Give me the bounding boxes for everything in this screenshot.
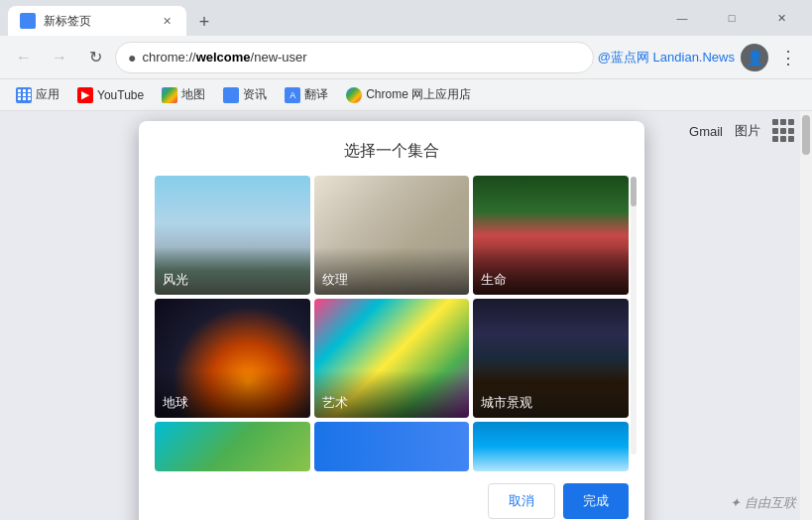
- bookmark-translate[interactable]: A 翻译: [277, 82, 336, 107]
- collection-item-partial3[interactable]: [473, 422, 629, 471]
- partial1-image: [155, 422, 310, 471]
- maximize-button[interactable]: □: [709, 3, 754, 33]
- tab-favicon: [20, 13, 36, 29]
- collection-dialog: 选择一个集合 风光 纹理: [139, 121, 644, 520]
- bookmark-apps-label: 应用: [36, 86, 59, 103]
- forward-button[interactable]: →: [44, 42, 75, 73]
- landscape-label: 风光: [155, 247, 310, 295]
- collection-item-partial2[interactable]: [314, 422, 470, 471]
- maps-favicon: [162, 87, 177, 103]
- bookmark-maps[interactable]: 地图: [154, 82, 213, 107]
- close-button[interactable]: ✕: [758, 3, 804, 33]
- dialog-overlay: 选择一个集合 风光 纹理: [0, 111, 812, 520]
- bookmark-chrome-store-label: Chrome 网上应用店: [366, 86, 471, 103]
- menu-button[interactable]: ⋮: [772, 42, 804, 73]
- done-button[interactable]: 完成: [563, 483, 629, 519]
- bookmark-news-label: 资讯: [243, 86, 267, 103]
- apps-favicon: [16, 87, 32, 103]
- dialog-title: 选择一个集合: [139, 121, 644, 176]
- tab-close-button[interactable]: ✕: [159, 13, 174, 29]
- collection-item-landscape[interactable]: 风光: [155, 176, 310, 295]
- bookmark-apps[interactable]: 应用: [8, 82, 67, 107]
- window-controls: — □ ✕: [659, 3, 804, 33]
- main-content: Gmail 图片 选择一个集合 风光: [0, 111, 812, 520]
- nature-label: 生命: [473, 247, 629, 295]
- dialog-scrollbar[interactable]: [631, 177, 637, 455]
- google-header: Gmail 图片: [673, 111, 812, 151]
- bookmark-chrome-store[interactable]: Chrome 网上应用店: [338, 82, 479, 107]
- translate-favicon: A: [285, 87, 300, 103]
- earth-label: 地球: [155, 370, 310, 418]
- bookmark-maps-label: 地图: [181, 86, 205, 103]
- bookmarks-bar: 应用 ▶ YouTube 地图 资讯 A 翻译 Chrome 网上应用店: [0, 79, 812, 111]
- back-button[interactable]: ←: [8, 42, 40, 73]
- dialog-scrollbar-thumb: [631, 177, 637, 206]
- partial3-image: [473, 422, 629, 471]
- address-bar[interactable]: ● chrome://welcome/new-user: [115, 42, 594, 73]
- cityscape-label: 城市景观: [473, 370, 629, 418]
- gmail-link[interactable]: Gmail: [689, 124, 723, 139]
- tab-title: 新标签页: [44, 13, 151, 30]
- collection-item-nature[interactable]: 生命: [473, 176, 629, 295]
- profile-area: @蓝点网 Landian.News 👤: [598, 44, 768, 71]
- collection-item-texture[interactable]: 纹理: [314, 176, 470, 295]
- partial2-image: [314, 422, 470, 471]
- collection-item-partial1[interactable]: [155, 422, 310, 471]
- cancel-button[interactable]: 取消: [488, 483, 555, 519]
- nav-bar: ← → ↻ ● chrome://welcome/new-user @蓝点网 L…: [0, 36, 812, 79]
- bookmark-youtube-label: YouTube: [97, 88, 144, 102]
- minimize-button[interactable]: —: [659, 3, 705, 33]
- profile-label: @蓝点网 Landian.News: [598, 49, 735, 66]
- art-label: 艺术: [314, 370, 470, 418]
- tab-area: 新标签页 ✕ +: [8, 0, 659, 36]
- active-tab[interactable]: 新标签页 ✕: [8, 6, 186, 36]
- collection-item-cityscape[interactable]: 城市景观: [473, 299, 629, 418]
- collection-item-art[interactable]: 艺术: [314, 299, 470, 418]
- reload-button[interactable]: ↻: [79, 42, 111, 73]
- youtube-favicon: ▶: [77, 87, 93, 103]
- collection-grid: 风光 纹理 生命 地球: [147, 176, 637, 471]
- chrome-store-favicon: [346, 87, 362, 103]
- watermark: ✦ 自由互联: [730, 494, 796, 512]
- bookmark-news[interactable]: 资讯: [215, 82, 275, 107]
- address-text: chrome://welcome/new-user: [142, 50, 580, 65]
- new-tab-button[interactable]: +: [190, 8, 218, 36]
- texture-label: 纹理: [314, 247, 470, 295]
- profile-icon[interactable]: 👤: [741, 44, 768, 71]
- google-apps-icon[interactable]: [772, 119, 796, 143]
- bookmark-translate-label: 翻译: [304, 86, 328, 103]
- bookmark-youtube[interactable]: ▶ YouTube: [69, 83, 152, 107]
- dialog-actions: 取消 完成: [139, 471, 644, 519]
- title-bar: 新标签页 ✕ + — □ ✕: [0, 0, 812, 36]
- images-link[interactable]: 图片: [735, 122, 760, 140]
- news-favicon: [223, 87, 239, 103]
- secure-icon: ●: [128, 50, 136, 65]
- collection-item-earth[interactable]: 地球: [155, 299, 310, 418]
